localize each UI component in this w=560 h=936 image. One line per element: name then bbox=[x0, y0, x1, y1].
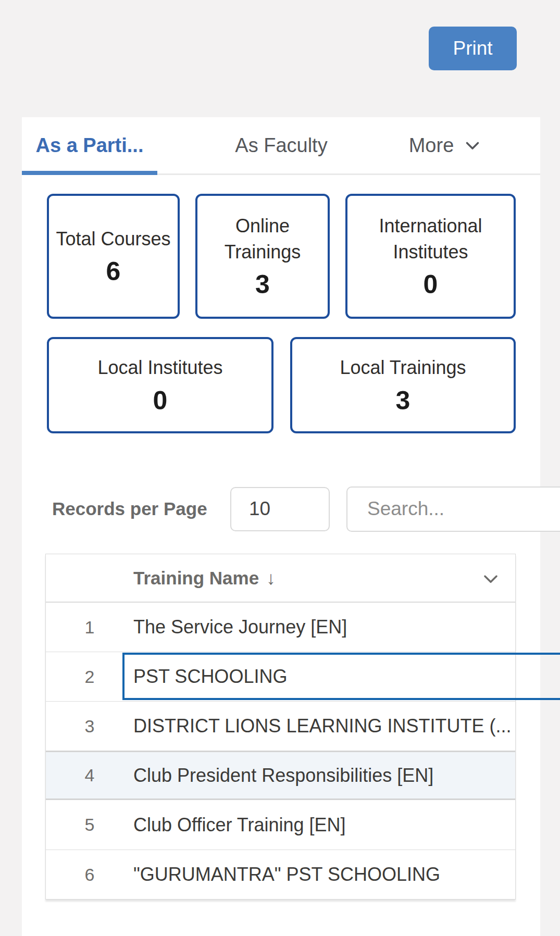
active-tab-underline bbox=[22, 171, 157, 175]
stat-card-label: International Institutes bbox=[347, 213, 514, 266]
row-number: 5 bbox=[46, 815, 133, 835]
print-button[interactable]: Print bbox=[429, 27, 517, 70]
table-row[interactable]: 2 PST SCHOOLING bbox=[46, 652, 515, 701]
stat-card-total-courses: Total Courses 6 bbox=[47, 194, 180, 319]
stat-card-local-institutes: Local Institutes 0 bbox=[47, 337, 273, 433]
list-controls: Records per Page bbox=[52, 486, 560, 532]
stat-card-label: Total Courses bbox=[52, 226, 175, 252]
column-header-training-name[interactable]: Training Name ↓ bbox=[46, 554, 515, 602]
training-name-cell[interactable]: Club Officer Training [EN] bbox=[133, 814, 346, 836]
trainings-table: Training Name ↓ 1 The Service Journey [E… bbox=[45, 554, 516, 900]
page: { "ui": { "print_label": "Print" }, "tab… bbox=[0, 0, 560, 936]
row-number: 1 bbox=[46, 617, 133, 638]
tab-as-faculty-label: As Faculty bbox=[235, 134, 327, 157]
stat-card-value: 3 bbox=[396, 385, 410, 416]
stat-card-international-institutes: International Institutes 0 bbox=[345, 194, 516, 319]
training-name-cell[interactable]: DISTRICT LIONS LEARNING INSTITUTE (... bbox=[133, 715, 511, 737]
search-input[interactable] bbox=[346, 486, 560, 532]
stat-card-label: Local Institutes bbox=[93, 355, 227, 381]
sort-descending-icon: ↓ bbox=[266, 568, 276, 589]
chevron-down-icon bbox=[463, 136, 482, 155]
row-number: 2 bbox=[46, 667, 133, 687]
table-row[interactable]: 5 Club Officer Training [EN] bbox=[46, 800, 515, 850]
column-menu-chevron-icon[interactable] bbox=[481, 569, 501, 589]
table-row[interactable]: 6 "GURUMANTRA" PST SCHOOLING bbox=[46, 850, 515, 899]
stat-card-value: 0 bbox=[424, 269, 438, 299]
tab-more[interactable]: More bbox=[378, 117, 513, 173]
stat-card-value: 3 bbox=[255, 269, 270, 299]
row-number: 3 bbox=[46, 716, 133, 737]
records-per-page-input[interactable] bbox=[230, 487, 330, 531]
training-name-cell[interactable]: Club President Responsibilities [EN] bbox=[133, 765, 433, 787]
stat-card-value: 0 bbox=[153, 385, 168, 416]
tab-bar: As a Parti... As Faculty More bbox=[22, 117, 540, 175]
stat-card-label: Local Trainings bbox=[335, 355, 470, 381]
row-number: 4 bbox=[46, 765, 133, 785]
column-header-label: Training Name bbox=[46, 568, 259, 589]
stat-card-local-trainings: Local Trainings 3 bbox=[290, 337, 516, 433]
main-panel: As a Parti... As Faculty More Total Cour… bbox=[22, 117, 540, 936]
tab-as-participant[interactable]: As a Parti... bbox=[22, 117, 157, 173]
tab-more-label: More bbox=[409, 134, 454, 157]
row-number: 6 bbox=[46, 865, 133, 885]
records-per-page-label: Records per Page bbox=[52, 498, 215, 519]
table-row[interactable]: 1 The Service Journey [EN] bbox=[46, 602, 515, 652]
stat-card-value: 6 bbox=[106, 256, 121, 286]
training-name-cell[interactable]: "GURUMANTRA" PST SCHOOLING bbox=[133, 864, 440, 885]
stat-card-online-trainings: Online Trainings 3 bbox=[195, 194, 330, 319]
tab-as-participant-label: As a Parti... bbox=[36, 134, 144, 157]
tab-as-faculty[interactable]: As Faculty bbox=[214, 117, 349, 173]
training-name-cell[interactable]: The Service Journey [EN] bbox=[133, 616, 347, 638]
table-row[interactable]: 3 DISTRICT LIONS LEARNING INSTITUTE (... bbox=[46, 701, 515, 751]
table-row[interactable]: 4 Club President Responsibilities [EN] bbox=[46, 751, 515, 800]
training-name-cell[interactable]: PST SCHOOLING bbox=[133, 666, 287, 688]
stat-card-label: Online Trainings bbox=[197, 213, 328, 266]
